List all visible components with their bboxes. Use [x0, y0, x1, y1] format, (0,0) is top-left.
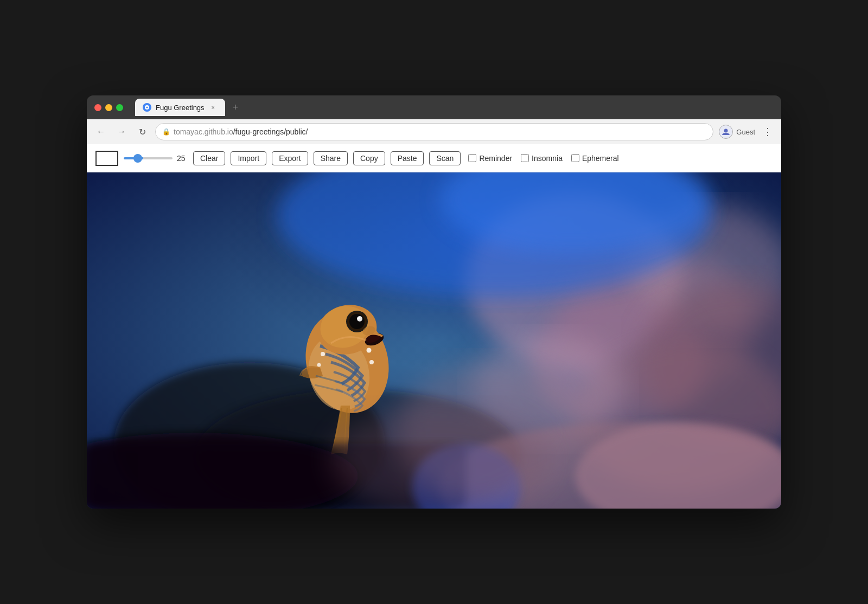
- color-swatch[interactable]: [95, 151, 118, 166]
- ephemeral-checkbox[interactable]: [571, 154, 579, 162]
- traffic-lights: [94, 104, 123, 111]
- tab-title: Fugu Greetings: [156, 104, 205, 112]
- share-button[interactable]: Share: [314, 151, 348, 165]
- url-path: /fugu-greetings/public/: [233, 127, 308, 136]
- address-bar[interactable]: 🔒 tomayac.github.io/fugu-greetings/publi…: [155, 123, 713, 140]
- reload-button[interactable]: ↻: [135, 124, 150, 139]
- reminder-label[interactable]: Reminder: [468, 154, 512, 163]
- title-bar: Fugu Greetings × +: [87, 95, 781, 119]
- reminder-checkbox[interactable]: [468, 154, 476, 162]
- new-tab-button[interactable]: +: [228, 100, 243, 115]
- back-button[interactable]: ←: [93, 124, 108, 139]
- nav-bar: ← → ↻ 🔒 tomayac.github.io/fugu-greetings…: [87, 119, 781, 144]
- close-button[interactable]: [94, 104, 101, 111]
- copy-button[interactable]: Copy: [353, 151, 385, 165]
- profile-icon: [719, 125, 733, 139]
- svg-point-21: [367, 348, 372, 353]
- lock-icon: 🔒: [162, 128, 170, 136]
- checkbox-group: Reminder Insomnia Ephemeral: [468, 154, 618, 163]
- paste-button[interactable]: Paste: [391, 151, 424, 165]
- app-toolbar: 25 Clear Import Export Share Copy Paste …: [87, 144, 781, 172]
- browser-window: Fugu Greetings × + ← → ↻ 🔒 tomayac.githu…: [87, 95, 781, 509]
- more-options-button[interactable]: ⋮: [761, 124, 775, 140]
- brush-size-slider[interactable]: [124, 157, 173, 159]
- profile-label: Guest: [736, 128, 755, 136]
- url-display: tomayac.github.io/fugu-greetings/public/: [174, 127, 308, 136]
- active-tab[interactable]: Fugu Greetings ×: [135, 99, 225, 116]
- tab-close-button[interactable]: ×: [209, 103, 218, 112]
- tab-bar: Fugu Greetings × +: [135, 99, 242, 116]
- insomnia-checkbox[interactable]: [521, 154, 529, 162]
- clear-button[interactable]: Clear: [193, 151, 225, 165]
- profile-button[interactable]: Guest: [719, 125, 755, 139]
- url-protocol: tomayac.github.io: [174, 127, 233, 136]
- svg-point-31: [349, 314, 365, 329]
- maximize-button[interactable]: [116, 104, 123, 111]
- forward-button[interactable]: →: [114, 124, 129, 139]
- svg-point-22: [369, 360, 374, 364]
- minimize-button[interactable]: [105, 104, 112, 111]
- insomnia-label[interactable]: Insomnia: [521, 154, 563, 163]
- fish-scene: [87, 172, 781, 509]
- svg-point-33: [358, 317, 360, 320]
- scan-button[interactable]: Scan: [429, 151, 461, 165]
- export-button[interactable]: Export: [272, 151, 308, 165]
- svg-point-1: [724, 129, 728, 133]
- content-area: [87, 172, 781, 509]
- slider-value: 25: [177, 154, 188, 163]
- svg-point-24: [317, 363, 321, 367]
- tab-favicon: [143, 103, 151, 112]
- ephemeral-label[interactable]: Ephemeral: [571, 154, 619, 163]
- import-button[interactable]: Import: [231, 151, 266, 165]
- svg-point-23: [321, 352, 325, 356]
- slider-container: 25: [124, 154, 188, 163]
